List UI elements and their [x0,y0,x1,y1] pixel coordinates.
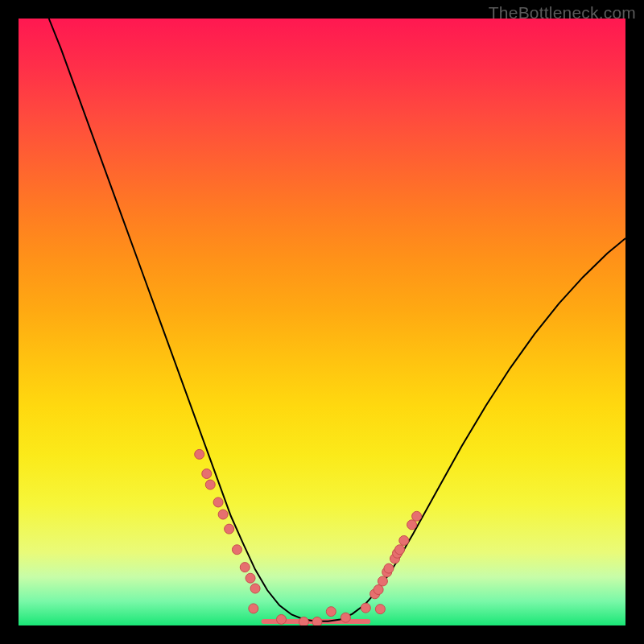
left-cluster-marker [246,573,255,583]
chart-svg [19,19,625,625]
chart-frame: TheBottleneck.com [0,0,644,644]
left-cluster-marker [250,584,260,593]
markers-group [195,449,422,625]
plot-area [19,19,625,625]
right-cluster-marker [395,545,405,555]
right-cluster-marker [384,564,394,573]
left-cluster-marker [205,480,215,489]
watermark-text: TheBottleneck.com [489,3,636,23]
left-cluster-marker [213,497,223,507]
left-cluster-marker [312,617,322,625]
left-cluster-marker [225,524,234,534]
right-cluster-marker [378,576,387,586]
left-cluster-marker [195,449,204,459]
right-cluster-marker [399,535,409,545]
bottleneck-curve-line [49,19,625,621]
left-cluster-marker [276,614,286,624]
left-cluster-marker [249,604,258,613]
left-cluster-marker [232,545,242,555]
right-cluster-marker [341,613,350,622]
left-cluster-marker [299,617,308,625]
left-cluster-marker [218,510,228,519]
right-cluster-marker [326,607,336,617]
right-cluster-marker [412,511,422,521]
left-cluster-marker [240,563,250,572]
right-cluster-marker [375,605,385,614]
right-cluster-marker [361,603,370,613]
right-cluster-marker [407,520,417,530]
left-cluster-marker [202,469,212,479]
